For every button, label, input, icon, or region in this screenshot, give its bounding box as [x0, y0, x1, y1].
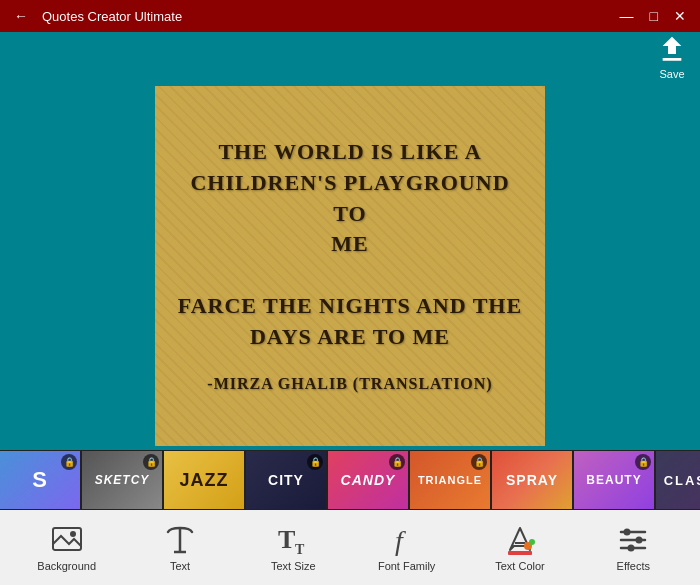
- text-size-icon: T T: [277, 524, 309, 556]
- font-family-label: Font Family: [378, 560, 435, 572]
- sticker-candy-lock: 🔒: [389, 454, 405, 470]
- sticker-s[interactable]: S 🔒: [0, 451, 80, 509]
- text-size-tool[interactable]: T T Text Size: [263, 524, 323, 572]
- svg-text:T: T: [295, 542, 305, 556]
- save-label: Save: [659, 68, 684, 80]
- text-icon: [164, 524, 196, 556]
- canvas-area: THE WORLD IS LIKE ACHILDREN'S PLAYGROUND…: [0, 82, 700, 450]
- sticker-s-lock: 🔒: [61, 454, 77, 470]
- quote-main: THE WORLD IS LIKE ACHILDREN'S PLAYGROUND…: [175, 137, 525, 353]
- background-icon: [51, 524, 83, 556]
- text-color-label: Text Color: [495, 560, 545, 572]
- sticker-city-lock: 🔒: [307, 454, 323, 470]
- svg-point-16: [628, 544, 635, 551]
- toolbar: Save: [0, 32, 700, 82]
- sticker-strip: S 🔒 Sketcy 🔒 JAZZ City 🔒 CANDY 🔒 TRIANGL…: [0, 450, 700, 510]
- sticker-jazz-bg: JAZZ: [164, 451, 244, 509]
- sticker-sketcy-lock: 🔒: [143, 454, 159, 470]
- svg-point-10: [529, 539, 535, 545]
- sticker-triangle-lock: 🔒: [471, 454, 487, 470]
- svg-text:f: f: [395, 525, 406, 556]
- svg-text:T: T: [278, 525, 295, 554]
- sticker-spray-bg: SPRAY: [492, 451, 572, 509]
- text-color-icon: [504, 524, 536, 556]
- svg-rect-8: [508, 551, 532, 555]
- minimize-button[interactable]: —: [614, 6, 640, 26]
- effects-icon: [617, 524, 649, 556]
- close-button[interactable]: ✕: [668, 6, 692, 26]
- sticker-beauty-lock: 🔒: [635, 454, 651, 470]
- save-icon: [656, 34, 688, 66]
- sticker-sketcy[interactable]: Sketcy 🔒: [82, 451, 162, 509]
- quote-text: THE WORLD IS LIKE ACHILDREN'S PLAYGROUND…: [155, 117, 545, 415]
- window-controls: — □ ✕: [614, 6, 692, 26]
- sticker-beauty[interactable]: BEAUTY 🔒: [574, 451, 654, 509]
- text-label: Text: [170, 560, 190, 572]
- text-color-tool[interactable]: Text Color: [490, 524, 550, 572]
- sticker-classy-bg: CLASSY: [656, 451, 700, 509]
- sticker-jazz[interactable]: JAZZ: [164, 451, 244, 509]
- effects-tool[interactable]: Effects: [603, 524, 663, 572]
- maximize-button[interactable]: □: [644, 6, 664, 26]
- quote-canvas: THE WORLD IS LIKE ACHILDREN'S PLAYGROUND…: [155, 86, 545, 446]
- title-bar: ← Quotes Creator Ultimate — □ ✕: [0, 0, 700, 32]
- effects-label: Effects: [617, 560, 650, 572]
- save-button[interactable]: Save: [656, 34, 688, 80]
- svg-point-1: [70, 531, 76, 537]
- app-title: Quotes Creator Ultimate: [42, 9, 182, 24]
- background-tool[interactable]: Background: [37, 524, 97, 572]
- back-button[interactable]: ←: [8, 6, 34, 26]
- bottom-toolbar: Background Text T T Text Size f Font Fam…: [0, 510, 700, 585]
- font-family-tool[interactable]: f Font Family: [377, 524, 437, 572]
- svg-point-14: [636, 536, 643, 543]
- text-size-label: Text Size: [271, 560, 316, 572]
- sticker-classy[interactable]: CLASSY: [656, 451, 700, 509]
- font-family-icon: f: [391, 524, 423, 556]
- background-label: Background: [37, 560, 96, 572]
- title-bar-left: ← Quotes Creator Ultimate: [8, 6, 182, 26]
- sticker-city[interactable]: City 🔒: [246, 451, 326, 509]
- sticker-spray[interactable]: SPRAY: [492, 451, 572, 509]
- svg-point-12: [624, 528, 631, 535]
- sticker-triangle[interactable]: TRIANGLE 🔒: [410, 451, 490, 509]
- text-tool[interactable]: Text: [150, 524, 210, 572]
- sticker-candy[interactable]: CANDY 🔒: [328, 451, 408, 509]
- quote-attribution: -MIRZA GHALIB (TRANSLATION): [175, 373, 525, 395]
